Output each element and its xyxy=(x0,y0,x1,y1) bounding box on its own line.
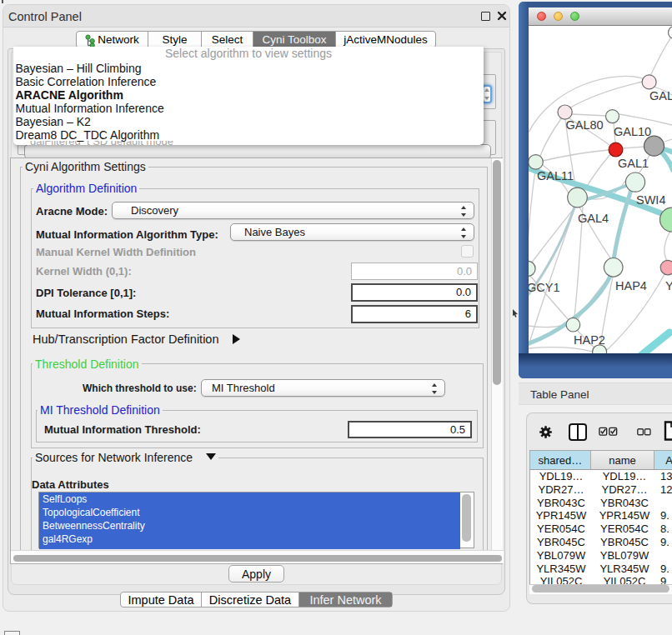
svg-text:GAL1: GAL1 xyxy=(618,157,649,170)
svg-text:SWI4: SWI4 xyxy=(636,193,665,207)
svg-text:HAP4: HAP4 xyxy=(615,279,647,292)
svg-text:GAL80: GAL80 xyxy=(566,118,604,132)
svg-text:GAL10: GAL10 xyxy=(614,125,651,138)
svg-text:GAL2: GAL2 xyxy=(649,89,672,102)
svg-text:HAP2: HAP2 xyxy=(574,333,605,347)
svg-text:GAL11: GAL11 xyxy=(537,169,574,182)
svg-text:GAL4: GAL4 xyxy=(578,212,609,225)
svg-text:YBR: YBR xyxy=(665,279,672,292)
svg-text:GCY1: GCY1 xyxy=(529,281,560,294)
